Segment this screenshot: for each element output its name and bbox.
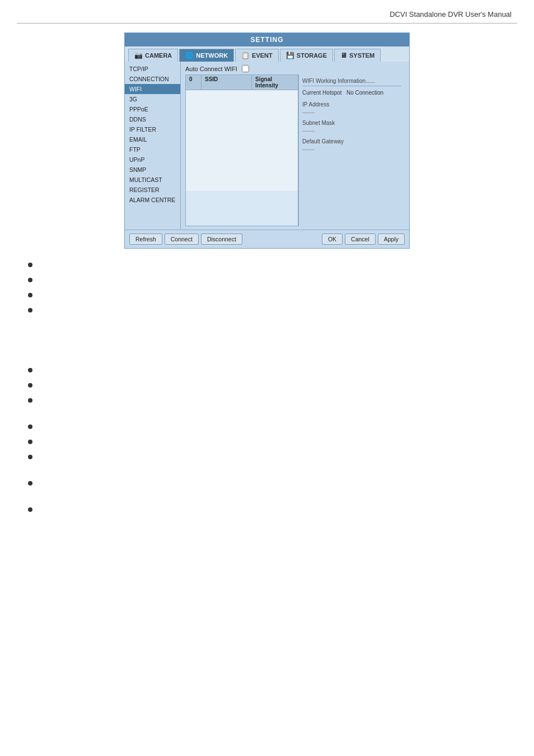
ip-address-row: IP Address ........ — [302, 101, 401, 114]
hotspot-value: No Connection — [346, 90, 383, 96]
gateway-row: Default Gateway ........ — [302, 138, 401, 151]
sidebar-item-ddns[interactable]: DDNS — [125, 114, 180, 124]
sidebar-item-upnp[interactable]: UPnP — [125, 155, 180, 165]
bullet-dot — [28, 383, 32, 388]
bullet-dot — [28, 440, 32, 444]
tab-storage-label: STORAGE — [297, 52, 327, 59]
disconnect-button[interactable]: Disconnect — [201, 234, 242, 245]
tab-event-label: EVENT — [252, 52, 273, 59]
wifi-table-header: 0 SSID Signal Intensity — [186, 75, 298, 90]
sidebar-item-alarmcentre[interactable]: ALARM CENTRE — [125, 195, 180, 205]
wifi-info-title: WIFI Working Information...... — [302, 78, 401, 86]
bullet-dot — [28, 424, 32, 429]
tab-camera[interactable]: 📷 CAMERA — [128, 49, 178, 62]
auto-connect-label: Auto Connect WIFI — [185, 66, 237, 72]
dialog-title: SETTING — [250, 36, 283, 44]
bullet-dot — [28, 293, 32, 297]
camera-icon: 📷 — [134, 52, 143, 59]
dialog-bottom: Refresh Connect Disconnect OK Cancel App… — [125, 230, 409, 248]
col-number: 0 — [186, 75, 202, 90]
wifi-table-container: 0 SSID Signal Intensity — [185, 74, 298, 226]
wifi-table: 0 SSID Signal Intensity — [185, 74, 298, 226]
wifi-main-panel: Auto Connect WIFI 0 SSID — [181, 62, 409, 230]
sidebar-item-tcpip[interactable]: TCP/IP — [125, 64, 180, 74]
bullet-dot — [28, 455, 32, 459]
dialog-content: TCP/IP CONNECTION WIFI 3G PPPoE DDNS — [125, 62, 409, 230]
sidebar-item-ftp[interactable]: FTP — [125, 144, 180, 155]
tab-system[interactable]: 🖥 SYSTEM — [334, 49, 381, 62]
list-item — [28, 275, 506, 282]
tab-event[interactable]: 📋 EVENT — [235, 49, 279, 62]
event-icon: 📋 — [241, 52, 250, 59]
list-item — [28, 365, 506, 372]
list-item — [28, 395, 506, 403]
dialog-title-bar: SETTING — [125, 33, 409, 46]
wifi-header: Auto Connect WIFI — [185, 65, 405, 72]
connect-button[interactable]: Connect — [165, 234, 199, 245]
apply-button[interactable]: Apply — [378, 234, 405, 245]
list-item — [28, 452, 506, 459]
tab-storage[interactable]: 💾 STORAGE — [280, 49, 333, 62]
btn-group-right: OK Cancel Apply — [322, 234, 405, 245]
storage-icon: 💾 — [286, 52, 294, 59]
bullet-dot — [28, 398, 32, 403]
sidebar-item-multicast[interactable]: MULTICAST — [125, 175, 180, 185]
bullet-dot — [28, 308, 32, 312]
sidebar-item-register[interactable]: REGISTER — [125, 185, 180, 195]
auto-connect-checkbox[interactable] — [242, 65, 249, 72]
list-item — [28, 478, 506, 486]
content-body — [0, 249, 534, 531]
cancel-button[interactable]: Cancel — [345, 234, 376, 245]
wifi-info-panel: WIFI Working Information...... Current H… — [298, 74, 405, 226]
sidebar-item-wifi[interactable]: WIFI — [125, 84, 180, 94]
hotspot-label: Current Hotspot — [302, 90, 342, 96]
refresh-button[interactable]: Refresh — [129, 234, 162, 245]
bullet-dot — [28, 507, 32, 512]
tab-camera-label: CAMERA — [145, 52, 172, 59]
ip-label: IP Address — [302, 101, 401, 108]
subnet-label: Subnet Mask — [302, 120, 401, 126]
list-item — [28, 437, 506, 444]
sidebar-item-snmp[interactable]: SNMP — [125, 165, 180, 175]
sidebar-item-pppoe[interactable]: PPPoE — [125, 104, 180, 114]
list-item — [28, 260, 506, 267]
sidebar-item-3g[interactable]: 3G — [125, 94, 180, 104]
bullet-dot — [28, 368, 32, 372]
page-title: DCVI Standalone DVR User's Manual — [390, 10, 512, 18]
page-divider — [17, 23, 517, 24]
sidebar-item-ipfilter[interactable]: IP FILTER — [125, 124, 180, 134]
tabs-row: 📷 CAMERA 🌐 NETWORK 📋 EVENT 💾 STORAGE 🖥 S… — [125, 46, 409, 62]
list-item — [28, 422, 506, 429]
btn-group-left: Refresh Connect Disconnect — [129, 234, 242, 245]
list-item — [28, 505, 506, 512]
bullet-dot — [28, 263, 32, 267]
network-icon: 🌐 — [185, 52, 194, 59]
tab-network-label: NETWORK — [196, 52, 228, 59]
tab-network[interactable]: 🌐 NETWORK — [179, 49, 234, 62]
setting-dialog: SETTING 📷 CAMERA 🌐 NETWORK 📋 EVENT 💾 STO… — [124, 32, 410, 249]
hotspot-status: Current Hotspot No Connection — [302, 90, 401, 96]
col-signal: Signal Intensity — [252, 75, 298, 90]
dialog-box: SETTING 📷 CAMERA 🌐 NETWORK 📋 EVENT 💾 STO… — [124, 32, 410, 249]
ok-button[interactable]: OK — [322, 234, 343, 245]
sidebar-item-email[interactable]: EMAIL — [125, 134, 180, 144]
bullet-dot — [28, 278, 32, 282]
page-header: DCVI Standalone DVR User's Manual — [0, 0, 534, 23]
bullet-dot — [28, 481, 32, 486]
list-item — [28, 305, 506, 312]
subnet-mask-row: Subnet Mask ........ — [302, 120, 401, 133]
sidebar-item-connection[interactable]: CONNECTION — [125, 74, 180, 84]
subnet-value: ........ — [302, 127, 315, 133]
col-ssid: SSID — [202, 75, 252, 90]
tab-system-label: SYSTEM — [349, 52, 374, 59]
system-icon: 🖥 — [340, 52, 347, 59]
sidebar: TCP/IP CONNECTION WIFI 3G PPPoE DDNS — [125, 62, 181, 230]
wifi-table-body — [186, 90, 298, 191]
gateway-value: ........ — [302, 145, 315, 151]
gateway-label: Default Gateway — [302, 138, 401, 144]
ip-value: ........ — [302, 108, 315, 114]
list-item — [28, 380, 506, 388]
list-item — [28, 290, 506, 297]
